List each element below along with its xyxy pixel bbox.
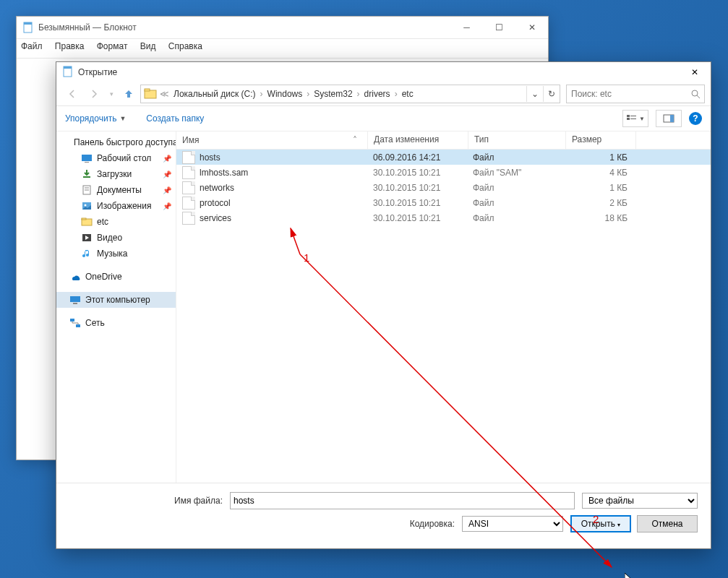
file-name: networks — [200, 183, 234, 193]
chevron-icon[interactable]: › — [357, 89, 360, 99]
help-button[interactable]: ? — [689, 112, 702, 125]
menu-view[interactable]: Вид — [140, 41, 156, 51]
svg-rect-8 — [627, 115, 630, 117]
recent-dropdown[interactable]: ▾ — [106, 85, 117, 103]
file-icon — [182, 212, 195, 225]
file-date: 30.10.2015 10:21 — [367, 183, 467, 193]
breadcrumb-seg[interactable]: Локальный диск (C:) — [171, 89, 259, 99]
column-date[interactable]: Дата изменения — [368, 131, 468, 149]
file-icon — [182, 151, 195, 164]
nav-row: ▾ ≪ Локальный диск (C:) › Windows › Syst… — [56, 82, 711, 105]
sidebar-network[interactable]: Сеть — [56, 315, 176, 331]
file-date: 30.10.2015 10:21 — [367, 168, 467, 178]
file-row[interactable]: lmhosts.sam30.10.2015 10:21Файл "SAM"4 К… — [176, 165, 711, 180]
sidebar-item-documents[interactable]: Документы 📌 — [56, 182, 176, 198]
filetype-filter[interactable]: Все файлы — [582, 493, 698, 509]
svg-rect-14 — [82, 155, 92, 161]
sidebar-label: Изображения — [97, 201, 151, 211]
sidebar-onedrive[interactable]: OneDrive — [56, 269, 176, 285]
svg-rect-9 — [627, 118, 630, 120]
sidebar-thispc[interactable]: Этот компьютер — [56, 292, 176, 308]
file-row[interactable]: services30.10.2015 10:21Файл18 КБ — [176, 210, 711, 225]
sidebar: Панель быстрого доступа Рабочий стол 📌 З… — [56, 131, 176, 483]
breadcrumb-bar[interactable]: ≪ Локальный диск (C:) › Windows › System… — [140, 85, 560, 103]
sidebar-item-pictures[interactable]: Изображения 📌 — [56, 198, 176, 214]
preview-pane-button[interactable] — [656, 110, 682, 127]
menu-format[interactable]: Формат — [97, 41, 128, 51]
folder-icon — [81, 216, 93, 228]
svg-rect-15 — [85, 162, 89, 163]
menu-edit[interactable]: Правка — [55, 41, 85, 51]
column-name[interactable]: Имя˄ — [176, 131, 368, 149]
sidebar-item-downloads[interactable]: Загрузки 📌 — [56, 166, 176, 182]
search-input[interactable] — [567, 89, 687, 99]
svg-line-7 — [697, 95, 700, 98]
dialog-close-button[interactable]: ✕ — [678, 62, 711, 82]
notepad-titlebar[interactable]: Безымянный — Блокнот ─ ☐ ✕ — [17, 17, 548, 39]
breadcrumb-seg[interactable]: System32 — [311, 89, 355, 99]
sidebar-item-videos[interactable]: Видео — [56, 230, 176, 246]
sidebar-label: Видео — [97, 233, 122, 243]
newfolder-button[interactable]: Создать папку — [146, 113, 204, 124]
address-dropdown[interactable]: ⌄ — [526, 86, 543, 102]
column-type[interactable]: Тип — [468, 131, 566, 149]
file-list-header[interactable]: Имя˄ Дата изменения Тип Размер — [176, 131, 711, 150]
sidebar-item-etc[interactable]: etc — [56, 214, 176, 230]
organize-label: Упорядочить — [65, 113, 116, 124]
sidebar-label: Этот компьютер — [85, 295, 150, 305]
chevron-icon[interactable]: › — [395, 89, 398, 99]
file-name: services — [200, 213, 231, 223]
search-box[interactable] — [566, 85, 705, 103]
filename-input[interactable] — [230, 492, 575, 509]
refresh-button[interactable]: ↻ — [543, 86, 560, 102]
file-row[interactable]: networks30.10.2015 10:21Файл1 КБ — [176, 180, 711, 195]
encoding-select[interactable]: ANSI — [462, 516, 563, 532]
open-button[interactable]: Открыть ▾ — [570, 515, 631, 532]
svg-rect-22 — [82, 218, 86, 220]
file-row[interactable]: hosts06.09.2016 14:21Файл1 КБ — [176, 150, 711, 165]
onedrive-icon — [69, 271, 81, 282]
cancel-button[interactable]: Отмена — [637, 515, 698, 532]
organize-button[interactable]: Упорядочить▼ — [65, 113, 126, 124]
forward-button[interactable] — [84, 85, 104, 103]
chevron-icon[interactable]: › — [307, 89, 309, 99]
maximize-button[interactable]: ☐ — [483, 17, 515, 38]
search-icon[interactable] — [687, 90, 704, 99]
sidebar-item-music[interactable]: Музыка — [56, 246, 176, 262]
breadcrumb-seg[interactable]: etc — [399, 89, 416, 99]
chevron-icon[interactable]: ≪ — [160, 89, 169, 99]
file-size: 1 КБ — [564, 152, 633, 163]
svg-rect-27 — [76, 324, 80, 327]
minimize-button[interactable]: ─ — [450, 17, 483, 38]
menu-help[interactable]: Справка — [168, 41, 202, 51]
documents-icon — [81, 184, 93, 196]
sidebar-item-desktop[interactable]: Рабочий стол 📌 — [56, 150, 176, 166]
file-icon — [182, 166, 195, 179]
svg-rect-10 — [630, 116, 636, 116]
pin-icon: 📌 — [163, 171, 171, 178]
view-mode-button[interactable]: ▼ — [622, 110, 648, 127]
sidebar-quickaccess[interactable]: Панель быстрого доступа — [56, 134, 176, 150]
breadcrumb-seg[interactable]: Windows — [265, 89, 306, 99]
breadcrumb-seg[interactable]: drivers — [361, 89, 393, 99]
close-button[interactable]: ✕ — [515, 17, 548, 38]
notepad-menubar: Файл Правка Формат Вид Справка — [17, 39, 548, 58]
chevron-icon[interactable]: › — [260, 89, 263, 99]
sidebar-label: Панель быстрого доступа — [74, 137, 176, 147]
back-button[interactable] — [62, 85, 82, 103]
network-icon — [69, 317, 81, 329]
file-icon — [182, 197, 195, 210]
svg-rect-26 — [70, 319, 74, 322]
svg-rect-3 — [64, 66, 72, 69]
file-row[interactable]: protocol30.10.2015 10:21Файл2 КБ — [176, 195, 711, 210]
svg-point-6 — [692, 90, 698, 96]
file-size: 18 КБ — [564, 213, 633, 223]
svg-rect-11 — [630, 118, 636, 119]
pictures-icon — [81, 200, 93, 212]
file-date: 30.10.2015 10:21 — [367, 213, 467, 223]
menu-file[interactable]: Файл — [21, 41, 43, 51]
column-size[interactable]: Размер — [566, 131, 636, 149]
up-button[interactable] — [119, 85, 139, 103]
dialog-titlebar[interactable]: Открытие ✕ — [56, 62, 711, 82]
sidebar-label: Сеть — [85, 318, 105, 328]
